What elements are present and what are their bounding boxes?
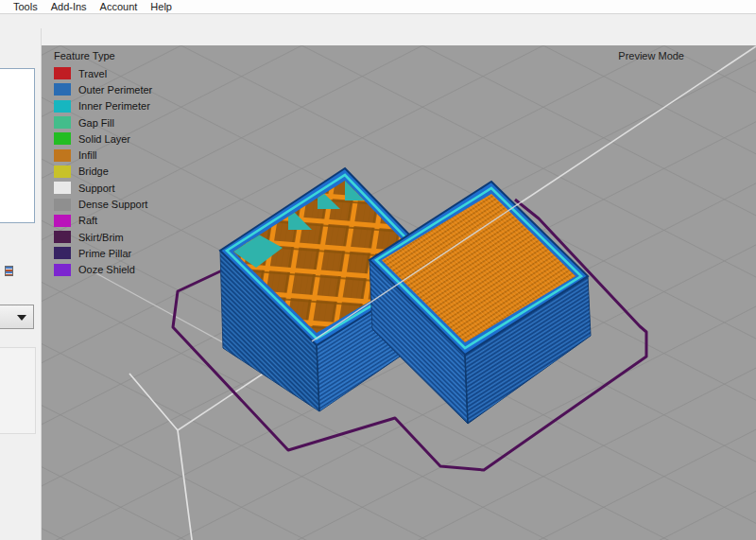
preview-3d-viewport[interactable]: Feature Type Travel Outer Perimeter Inne… <box>42 45 756 540</box>
inner-perimeter-color-swatch <box>54 100 71 113</box>
menu-bar: Tools Add-Ins Account Help <box>0 0 756 14</box>
legend-row-dense-support: Dense Support <box>54 196 152 212</box>
process-color-icon <box>5 266 13 276</box>
legend-row-outer-perimeter: Outer Perimeter <box>54 81 152 97</box>
legend-row-inner-perimeter: Inner Perimeter <box>54 98 152 114</box>
legend-row-travel: Travel <box>54 65 152 81</box>
chevron-down-icon <box>17 315 26 321</box>
preview-mode-label: Preview Mode <box>618 50 684 61</box>
bridge-color-swatch <box>54 165 71 178</box>
legend-row-ooze-shield: Ooze Shield <box>54 262 152 278</box>
ooze-shield-color-swatch <box>54 264 71 276</box>
dense-support-color-swatch <box>54 199 71 211</box>
model-list[interactable] <box>0 68 35 223</box>
legend-label: Infill <box>78 149 97 161</box>
legend-label: Travel <box>78 68 107 79</box>
legend-label: Solid Layer <box>78 133 130 145</box>
gap-fill-color-swatch <box>54 116 71 129</box>
application-window: { "menu": { "items": [ { "label": "Tools… <box>0 0 756 540</box>
legend-row-bridge: Bridge <box>54 164 152 180</box>
legend-row-solid-layer: Solid Layer <box>54 131 152 147</box>
legend-label: Raft <box>78 215 97 226</box>
window-chrome: Feature Type Travel Outer Perimeter Inne… <box>0 14 756 540</box>
raft-color-swatch <box>54 215 71 227</box>
support-color-swatch <box>54 182 71 194</box>
legend-row-infill: Infill <box>54 147 152 163</box>
legend-title: Feature Type <box>54 50 152 61</box>
legend-label: Gap Fill <box>78 117 114 129</box>
solid-layer-color-swatch <box>54 132 71 145</box>
legend-label: Skirt/Brim <box>78 232 124 243</box>
feature-type-legend: Feature Type Travel Outer Perimeter Inne… <box>54 50 152 278</box>
travel-color-swatch <box>54 67 71 79</box>
legend-label: Inner Perimeter <box>78 100 150 112</box>
legend-label: Outer Perimeter <box>78 84 152 96</box>
legend-label: Bridge <box>78 165 109 177</box>
legend-label: Dense Support <box>78 199 147 210</box>
menu-help[interactable]: Help <box>150 0 172 13</box>
left-sidebar <box>0 28 42 540</box>
sidebar-panel <box>0 347 36 434</box>
prime-pillar-color-swatch <box>54 247 71 259</box>
outer-perimeter-color-swatch <box>54 83 71 96</box>
process-dropdown[interactable] <box>0 305 34 329</box>
skirt-brim-color-swatch <box>54 231 71 243</box>
legend-row-skirt-brim: Skirt/Brim <box>54 229 152 245</box>
legend-label: Ooze Shield <box>78 264 135 275</box>
legend-label: Prime Pillar <box>78 248 131 259</box>
legend-row-gap-fill: Gap Fill <box>54 114 152 131</box>
menu-tools[interactable]: Tools <box>13 0 38 13</box>
menu-add-ins[interactable]: Add-Ins <box>51 0 87 13</box>
menu-account[interactable]: Account <box>100 0 138 13</box>
legend-row-support: Support <box>54 180 152 196</box>
legend-row-prime-pillar: Prime Pillar <box>54 245 152 261</box>
infill-color-swatch <box>54 149 71 162</box>
legend-row-raft: Raft <box>54 213 152 229</box>
legend-label: Support <box>78 183 115 194</box>
